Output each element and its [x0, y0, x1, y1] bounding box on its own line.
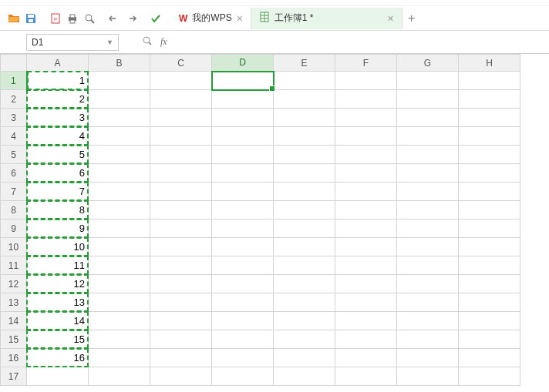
- cell-G6[interactable]: [397, 164, 459, 183]
- cell-H6[interactable]: [459, 164, 520, 183]
- row-header-1[interactable]: 1: [1, 72, 27, 90]
- cell-H5[interactable]: [459, 146, 520, 164]
- cell-C4[interactable]: [150, 127, 212, 146]
- check-icon[interactable]: [148, 11, 163, 26]
- row-header-4[interactable]: 4: [1, 127, 27, 146]
- cell-F11[interactable]: [335, 256, 397, 275]
- cell-E6[interactable]: [274, 164, 335, 183]
- cell-A7[interactable]: 7: [27, 183, 89, 201]
- cell-D5[interactable]: [212, 146, 274, 164]
- cell-H12[interactable]: [459, 275, 520, 293]
- cell-E14[interactable]: [274, 312, 335, 330]
- export-pdf-icon[interactable]: P: [48, 11, 63, 26]
- undo-icon[interactable]: [106, 11, 122, 26]
- cell-G8[interactable]: [397, 201, 459, 219]
- cell-B17[interactable]: [89, 367, 150, 386]
- column-header-F[interactable]: F: [335, 55, 397, 72]
- row-header-17[interactable]: 17: [1, 367, 27, 386]
- cell-G12[interactable]: [397, 275, 459, 293]
- add-tab-button[interactable]: +: [402, 12, 421, 25]
- cell-E11[interactable]: [274, 256, 335, 275]
- cell-B2[interactable]: [89, 90, 150, 109]
- cell-G11[interactable]: [397, 256, 459, 275]
- close-icon[interactable]: ×: [237, 12, 243, 25]
- row-header-7[interactable]: 7: [1, 183, 27, 201]
- cell-A8[interactable]: 8: [27, 201, 89, 219]
- cell-G4[interactable]: [397, 127, 459, 146]
- cell-F15[interactable]: [335, 330, 397, 349]
- cell-A16[interactable]: 16: [27, 349, 89, 367]
- row-header-9[interactable]: 9: [1, 219, 27, 238]
- cell-D13[interactable]: [212, 293, 274, 312]
- cell-D6[interactable]: [212, 164, 274, 183]
- cell-H17[interactable]: [459, 367, 520, 386]
- cell-C9[interactable]: [150, 219, 212, 238]
- cell-H16[interactable]: [459, 349, 520, 367]
- row-header-8[interactable]: 8: [1, 201, 27, 219]
- cell-C1[interactable]: [150, 72, 212, 90]
- column-header-D[interactable]: D: [212, 55, 274, 72]
- column-header-H[interactable]: H: [459, 55, 520, 72]
- cell-F10[interactable]: [335, 238, 397, 256]
- row-header-6[interactable]: 6: [1, 164, 27, 183]
- cell-C7[interactable]: [150, 183, 212, 201]
- row-header-11[interactable]: 11: [1, 256, 27, 275]
- cell-F17[interactable]: [335, 367, 397, 386]
- cell-A17[interactable]: [27, 367, 89, 386]
- row-header-16[interactable]: 16: [1, 349, 27, 367]
- tab-workbook-1[interactable]: 工作簿1 * ×: [251, 8, 402, 29]
- cell-F12[interactable]: [335, 275, 397, 293]
- cell-B4[interactable]: [89, 127, 150, 146]
- cell-A2[interactable]: 2: [27, 90, 89, 109]
- cell-F7[interactable]: [335, 183, 397, 201]
- cell-E9[interactable]: [274, 219, 335, 238]
- cell-C10[interactable]: [150, 238, 212, 256]
- print-preview-icon[interactable]: [82, 11, 97, 26]
- cell-B5[interactable]: [89, 146, 150, 164]
- column-header-G[interactable]: G: [397, 55, 459, 72]
- cell-A5[interactable]: 5: [27, 146, 89, 164]
- cell-G1[interactable]: [397, 72, 459, 90]
- row-header-10[interactable]: 10: [1, 238, 27, 256]
- cell-A6[interactable]: 6: [27, 164, 89, 183]
- cell-C3[interactable]: [150, 109, 212, 127]
- row-header-2[interactable]: 2: [1, 90, 27, 109]
- cell-A14[interactable]: 14: [27, 312, 89, 330]
- cell-C12[interactable]: [150, 275, 212, 293]
- cell-A1[interactable]: 1: [27, 72, 89, 90]
- cell-B3[interactable]: [89, 109, 150, 127]
- cell-C14[interactable]: [150, 312, 212, 330]
- cell-E7[interactable]: [274, 183, 335, 201]
- cell-H7[interactable]: [459, 183, 520, 201]
- cell-H1[interactable]: [459, 72, 520, 90]
- cell-F5[interactable]: [335, 146, 397, 164]
- cell-B15[interactable]: [89, 330, 150, 349]
- column-header-A[interactable]: A: [27, 55, 89, 72]
- cell-G14[interactable]: [397, 312, 459, 330]
- cell-G16[interactable]: [397, 349, 459, 367]
- cell-G3[interactable]: [397, 109, 459, 127]
- cell-F8[interactable]: [335, 201, 397, 219]
- cell-D8[interactable]: [212, 201, 274, 219]
- cell-A4[interactable]: 4: [27, 127, 89, 146]
- cell-G5[interactable]: [397, 146, 459, 164]
- cell-H14[interactable]: [459, 312, 520, 330]
- cell-C15[interactable]: [150, 330, 212, 349]
- chevron-down-icon[interactable]: ▼: [106, 39, 113, 46]
- cell-C11[interactable]: [150, 256, 212, 275]
- cell-C16[interactable]: [150, 349, 212, 367]
- cell-G2[interactable]: [397, 90, 459, 109]
- column-header-B[interactable]: B: [89, 55, 150, 72]
- cell-B7[interactable]: [89, 183, 150, 201]
- cell-H13[interactable]: [459, 293, 520, 312]
- cell-F14[interactable]: [335, 312, 397, 330]
- cell-D17[interactable]: [212, 367, 274, 386]
- cell-A3[interactable]: 3: [27, 109, 89, 127]
- row-header-15[interactable]: 15: [1, 330, 27, 349]
- cell-F3[interactable]: [335, 109, 397, 127]
- cell-B10[interactable]: [89, 238, 150, 256]
- cell-B16[interactable]: [89, 349, 150, 367]
- row-header-14[interactable]: 14: [1, 312, 27, 330]
- cell-E17[interactable]: [274, 367, 335, 386]
- cell-D3[interactable]: [212, 109, 274, 127]
